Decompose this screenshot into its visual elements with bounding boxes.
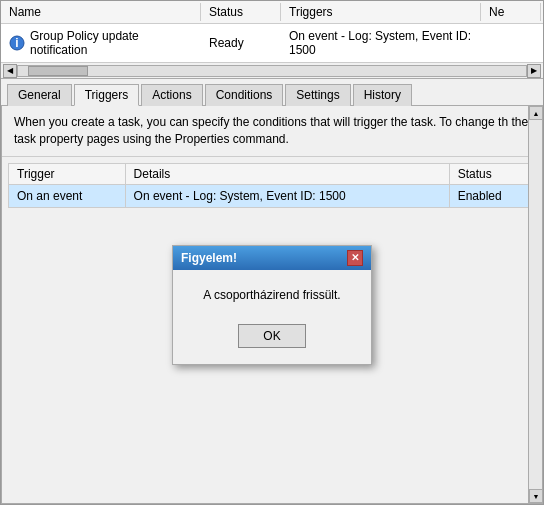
tab-general[interactable]: General <box>7 84 72 106</box>
modal-message: A csoportházirend frissült. <box>203 288 340 302</box>
scrollbar-thumb[interactable] <box>28 66 88 76</box>
task-list-header: Name Status Triggers Ne <box>1 1 543 24</box>
scroll-right-btn[interactable]: ▶ <box>527 64 541 78</box>
main-window: Name Status Triggers Ne i Group Policy u… <box>0 0 544 505</box>
modal-body: A csoportházirend frissült. <box>173 270 371 316</box>
header-next: Ne <box>481 3 541 21</box>
horizontal-scrollbar[interactable]: ◀ ▶ <box>1 62 543 78</box>
tab-triggers[interactable]: Triggers <box>74 84 140 106</box>
modal-titlebar: Figyelem! ✕ <box>173 246 371 270</box>
modal-dialog: Figyelem! ✕ A csoportházirend frissült. … <box>172 245 372 365</box>
tab-settings[interactable]: Settings <box>285 84 350 106</box>
modal-close-button[interactable]: ✕ <box>347 250 363 266</box>
task-name-cell: i Group Policy update notification <box>1 27 201 59</box>
tabs-container: General Triggers Actions Conditions Sett… <box>1 79 543 106</box>
task-name: Group Policy update notification <box>30 29 193 57</box>
scrollbar-track[interactable] <box>17 65 527 77</box>
modal-title: Figyelem! <box>181 251 237 265</box>
tab-actions[interactable]: Actions <box>141 84 202 106</box>
task-list-area: Name Status Triggers Ne i Group Policy u… <box>1 1 543 79</box>
task-triggers: On event - Log: System, Event ID: 1500 <box>281 27 481 59</box>
tab-history[interactable]: History <box>353 84 412 106</box>
scroll-left-btn[interactable]: ◀ <box>3 64 17 78</box>
modal-overlay: Figyelem! ✕ A csoportházirend frissült. … <box>2 106 542 503</box>
task-row[interactable]: i Group Policy update notification Ready… <box>1 24 543 62</box>
tab-content: When you create a task, you can specify … <box>1 106 543 504</box>
header-triggers: Triggers <box>281 3 481 21</box>
svg-text:i: i <box>15 36 18 50</box>
tab-conditions[interactable]: Conditions <box>205 84 284 106</box>
task-icon: i <box>9 35 25 51</box>
task-status: Ready <box>201 34 281 52</box>
modal-footer: OK <box>173 316 371 356</box>
modal-ok-button[interactable]: OK <box>238 324 305 348</box>
header-name: Name <box>1 3 201 21</box>
header-status: Status <box>201 3 281 21</box>
